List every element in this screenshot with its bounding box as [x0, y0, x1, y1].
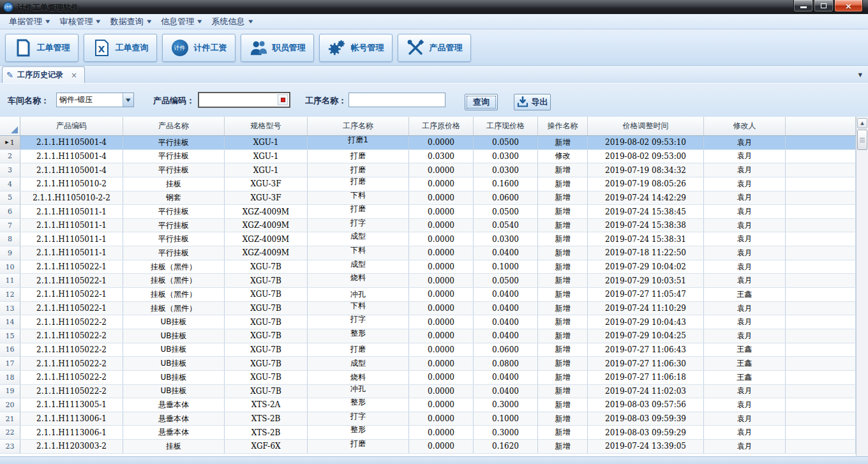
- row-number-cell[interactable]: ▶1: [0, 136, 20, 149]
- table-row[interactable]: 192.1.1.H1105022-2UB挂板XGU-7B冲孔0.00000.04…: [0, 385, 868, 399]
- row-number-cell[interactable]: 20: [0, 398, 20, 412]
- column-header-9[interactable]: [786, 117, 856, 135]
- row-number-cell[interactable]: 7: [0, 219, 20, 232]
- tab-process-history[interactable]: ✎ 工序历史记录 ×: [2, 66, 85, 83]
- row-number-cell[interactable]: 4: [0, 177, 20, 191]
- table-row[interactable]: ▶12.1.1.H1105001-4平行挂板XGU-1打磨10.00000.05…: [0, 136, 868, 150]
- row-number-cell[interactable]: 23: [0, 440, 20, 453]
- product-code-input[interactable]: [199, 93, 278, 107]
- column-header-7[interactable]: 价格调整时间: [588, 117, 704, 135]
- toolbar-button-3[interactable]: 职员管理: [241, 34, 314, 62]
- cell-modifier: 袁月: [704, 246, 786, 260]
- cell-code: 2.1.1.H1113005-1: [20, 398, 123, 412]
- row-number-cell[interactable]: 13: [0, 302, 20, 315]
- row-number-cell[interactable]: 9: [0, 246, 20, 260]
- row-number-cell[interactable]: 3: [0, 163, 20, 177]
- row-number-cell[interactable]: 2: [0, 150, 20, 163]
- scroll-thumb[interactable]: [857, 130, 867, 150]
- cell-name: 平行挂板: [123, 219, 225, 232]
- row-number-cell[interactable]: 16: [0, 343, 20, 357]
- cell-op: 新增: [538, 163, 588, 177]
- toolbar-button-4[interactable]: 帐号管理: [319, 34, 393, 62]
- table-row[interactable]: 142.1.1.H1105022-2UB挂板XGU-7B打字0.00000.04…: [0, 315, 868, 329]
- tablist-dropdown-icon[interactable]: ▼: [858, 72, 862, 78]
- cell-op: 新增: [538, 260, 588, 274]
- close-button[interactable]: ×: [834, 0, 863, 12]
- table-row[interactable]: 202.1.1.H1113005-1悬垂本体XTS-2A整形0.00000.30…: [0, 398, 868, 412]
- row-number-cell[interactable]: 18: [0, 371, 20, 384]
- table-row[interactable]: 212.1.1.H1113006-1悬垂本体XTS-2B打字0.00000.10…: [0, 412, 868, 426]
- table-row[interactable]: 32.1.1.H1105001-4平行挂板XGU-1打磨0.00000.0300…: [0, 163, 868, 177]
- row-number-cell[interactable]: 11: [0, 274, 20, 287]
- scroll-up-button[interactable]: ▲: [857, 118, 867, 128]
- row-number-cell[interactable]: 6: [0, 205, 20, 218]
- tools-icon: [407, 39, 424, 57]
- menu-item-3[interactable]: 信息管理▼: [156, 15, 206, 28]
- table-row[interactable]: 82.1.1.H1105011-1平行挂板XGZ-4009M成型0.00000.…: [0, 232, 868, 246]
- table-row[interactable]: 112.1.1.H1105022-1挂板（黑件）XGU-7B烧料0.00000.…: [0, 274, 868, 288]
- table-row[interactable]: 222.1.1.H1113006-1悬垂本体XTS-2B整形0.00000.30…: [0, 426, 868, 440]
- cell-extra: [786, 329, 856, 343]
- export-button[interactable]: 导出: [514, 94, 551, 110]
- table-row[interactable]: 42.1.1.H1105010-2挂板XGU-3F打磨0.00000.1600新…: [0, 177, 868, 191]
- row-number-cell[interactable]: 21: [0, 412, 20, 426]
- row-number-cell[interactable]: 22: [0, 426, 20, 439]
- table-row[interactable]: 92.1.1.H1105011-1平行挂板XGZ-4009M下料0.00000.…: [0, 246, 868, 260]
- cell-name: UB挂板: [123, 357, 225, 370]
- cell-spec: XTS-2B: [225, 426, 308, 439]
- cell-new_price: 0.1600: [474, 177, 538, 191]
- row-number-cell[interactable]: 15: [0, 329, 20, 343]
- vertical-scrollbar[interactable]: ▲: [856, 117, 868, 456]
- table-row[interactable]: 172.1.1.H1105022-2UB挂板XGU-7B成型0.00000.08…: [0, 357, 868, 371]
- row-number-cell[interactable]: 8: [0, 232, 20, 246]
- column-header-3[interactable]: 工序名称: [308, 117, 409, 135]
- toolbar-button-0[interactable]: 工单管理: [5, 34, 79, 62]
- toolbar-button-1[interactable]: X工单查询: [84, 34, 157, 62]
- table-row[interactable]: 22.1.1.H1105001-4平行挂板XGU-1打磨0.03000.0300…: [0, 150, 868, 164]
- table-row[interactable]: 182.1.1.H1105022-2UB挂板XGU-7B烧料0.00000.04…: [0, 371, 868, 385]
- row-number-cell[interactable]: 12: [0, 288, 20, 301]
- tab-close-icon[interactable]: ×: [71, 71, 77, 80]
- menu-item-4[interactable]: 系统信息▼: [207, 15, 257, 28]
- row-number-cell[interactable]: 14: [0, 315, 20, 329]
- column-header-1[interactable]: 产品名称: [123, 117, 225, 135]
- table-row[interactable]: 72.1.1.H1105011-1平行挂板XGZ-4009M打字0.00000.…: [0, 219, 868, 233]
- workshop-combobox[interactable]: 钢件-锻压 ▼: [56, 93, 134, 107]
- minimize-button[interactable]: [793, 0, 813, 12]
- cell-time: 2019-08-03 09:59:29: [588, 426, 704, 439]
- column-header-6[interactable]: 操作名称: [538, 117, 588, 135]
- cell-name: 挂板（黑件）: [123, 288, 225, 301]
- table-row[interactable]: 122.1.1.H1105022-1挂板（黑件）XGU-7B冲孔0.00000.…: [0, 288, 868, 302]
- menu-item-0[interactable]: 单据管理▼: [4, 15, 54, 28]
- table-row[interactable]: 162.1.1.H1105022-2UB挂板XGU-7B打磨0.00000.06…: [0, 343, 868, 357]
- row-number-cell[interactable]: 5: [0, 191, 20, 205]
- toolbar-button-2[interactable]: 计件计件工资: [162, 34, 236, 62]
- restore-button[interactable]: [814, 0, 834, 12]
- select-all-cell[interactable]: [0, 117, 20, 135]
- table-row[interactable]: 232.1.1.H1203003-2挂板XGF-6X打磨0.00000.1620…: [0, 440, 868, 454]
- table-row[interactable]: 152.1.1.H1105022-2UB挂板XGU-7B整形0.00000.04…: [0, 329, 868, 343]
- product-code-browse-button[interactable]: [278, 94, 288, 105]
- column-header-8[interactable]: 修改人: [704, 117, 786, 135]
- row-number-cell[interactable]: 10: [0, 260, 20, 274]
- row-number-cell[interactable]: 19: [0, 385, 20, 398]
- process-name-input[interactable]: [348, 93, 445, 107]
- cell-modifier: 王鑫: [704, 371, 786, 384]
- menu-item-1[interactable]: 审核管理▼: [54, 15, 105, 28]
- table-row[interactable]: 52.1.1.H1105010-2-2钢套XGU-3F下料0.00000.060…: [0, 191, 868, 206]
- column-header-2[interactable]: 规格型号: [225, 117, 308, 135]
- query-button[interactable]: 查询: [465, 94, 498, 110]
- cell-time: 2019-07-18 11:22:50: [588, 246, 704, 260]
- row-number-cell[interactable]: 17: [0, 357, 20, 370]
- table-row[interactable]: 62.1.1.H1105011-1平行挂板XGZ-4009M打磨0.00000.…: [0, 205, 868, 219]
- column-header-5[interactable]: 工序现价格: [474, 117, 538, 135]
- menu-item-2[interactable]: 数据查询▼: [105, 15, 156, 28]
- horizontal-scroll-area[interactable]: [0, 456, 868, 464]
- table-row[interactable]: 102.1.1.H1105022-1挂板（黑件）XGU-7B成型0.00000.…: [0, 260, 868, 274]
- cell-new_price: 0.0400: [474, 302, 538, 315]
- table-row[interactable]: 132.1.1.H1105022-1挂板（黑件）XGU-7B下料0.00000.…: [0, 302, 868, 316]
- toolbar-button-5[interactable]: 产品管理: [398, 34, 471, 62]
- column-header-4[interactable]: 工序原价格: [409, 117, 474, 135]
- combo-dropdown-button[interactable]: ▼: [123, 93, 133, 107]
- column-header-0[interactable]: 产品编码: [20, 117, 123, 135]
